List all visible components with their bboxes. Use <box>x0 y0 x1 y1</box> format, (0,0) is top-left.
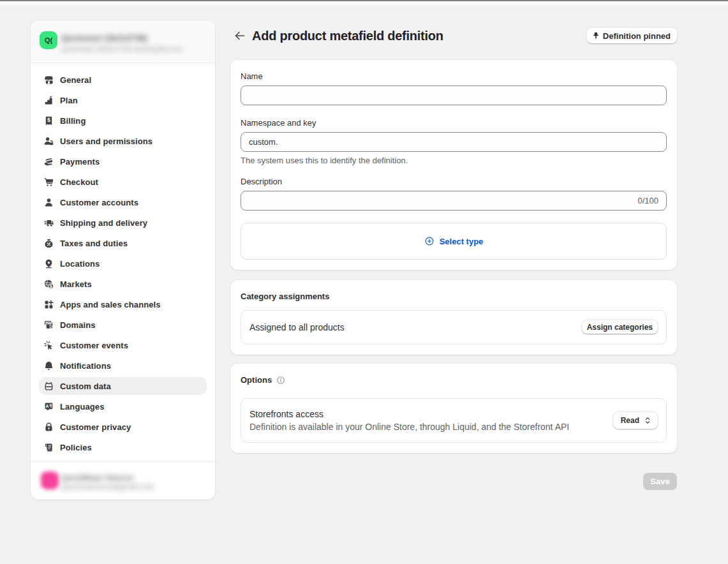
svg-text:$: $ <box>50 283 52 289</box>
svg-text:$: $ <box>47 117 50 123</box>
svg-text:A: A <box>46 403 49 408</box>
